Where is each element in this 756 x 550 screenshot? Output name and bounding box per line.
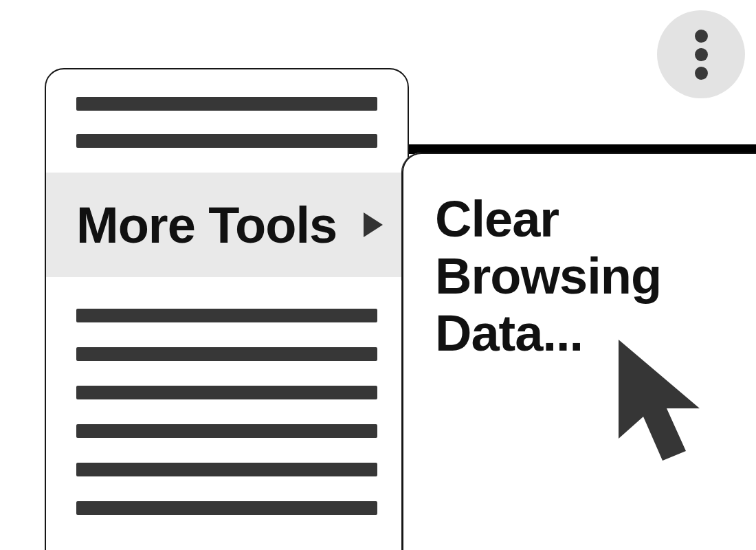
submenu-inner: Clear Browsing Data... (402, 153, 756, 362)
menu-item-placeholder[interactable] (76, 386, 377, 399)
menu-item-placeholder[interactable] (76, 134, 377, 148)
menu-item-placeholder[interactable] (76, 309, 377, 322)
menu-item-more-tools[interactable]: More Tools (46, 173, 408, 277)
menu-placeholder-group-top (46, 97, 408, 148)
menu-item-placeholder[interactable] (76, 501, 377, 515)
menu-item-clear-browsing-data[interactable]: Clear Browsing Data... (435, 191, 739, 362)
more-tools-submenu: Clear Browsing Data... (402, 153, 756, 550)
menu-placeholder-group-bottom (46, 309, 408, 515)
submenu-item-label: Clear Browsing Data... (435, 190, 661, 362)
menu-item-placeholder[interactable] (76, 347, 377, 361)
menu-item-placeholder[interactable] (76, 424, 377, 438)
menu-item-placeholder[interactable] (76, 97, 377, 111)
stage: More Tools Clear Browsing Data... (0, 0, 756, 550)
menu-item-placeholder[interactable] (76, 463, 377, 476)
menu-item-label: More Tools (76, 196, 337, 254)
main-menu-inner: More Tools (46, 69, 408, 515)
more-vertical-icon (695, 30, 708, 43)
more-vertical-icon (695, 48, 708, 61)
submenu-arrow-icon (362, 211, 384, 239)
overflow-menu-button[interactable] (657, 10, 745, 98)
svg-marker-0 (364, 212, 383, 237)
main-menu: More Tools (45, 68, 409, 550)
more-vertical-icon (695, 67, 708, 80)
